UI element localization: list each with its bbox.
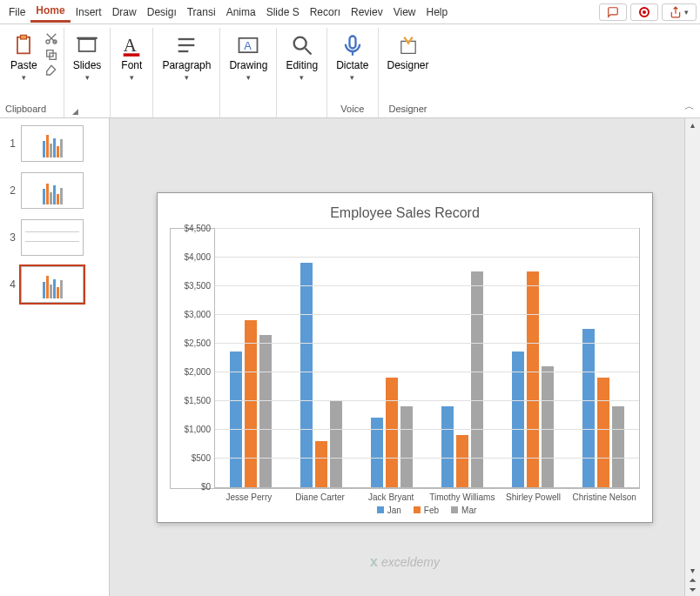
paragraph-icon xyxy=(174,33,199,57)
comments-button[interactable] xyxy=(599,3,627,21)
chart-legend: JanFebMar xyxy=(213,506,640,515)
slide-thumb-1[interactable]: 1 xyxy=(3,125,105,162)
chevron-down-icon: ▾ xyxy=(22,73,26,82)
collapse-ribbon-button[interactable]: ︿ xyxy=(684,99,695,114)
thumb-preview xyxy=(21,219,84,256)
chevron-down-icon: ▾ xyxy=(185,73,189,82)
ribbon: Paste ▾ Clipboard ◢ Slides ▾ A Font ▾ xyxy=(0,24,700,118)
tab-animations[interactable]: Anima xyxy=(221,3,261,22)
tab-home[interactable]: Home xyxy=(30,1,70,23)
group-font: A Font ▾ xyxy=(111,28,153,117)
designer-icon xyxy=(396,33,421,57)
slide-thumb-3[interactable]: 3 xyxy=(3,219,105,256)
x-tick: Christine Nelson xyxy=(569,489,640,502)
x-tick: Jack Bryant xyxy=(355,489,427,502)
slides-label: Slides xyxy=(73,59,102,71)
drawing-icon: A xyxy=(236,33,260,57)
paste-label: Paste xyxy=(10,59,37,71)
dictate-label: Dictate xyxy=(336,59,368,71)
bar xyxy=(330,401,342,487)
workspace: 1 2 3 4 Employee Sales Record $0$500$1,0… xyxy=(0,118,700,596)
prev-slide-icon[interactable]: ⏶ xyxy=(689,575,697,585)
group-editing: Editing ▾ xyxy=(277,28,327,117)
svg-rect-11 xyxy=(124,53,140,57)
svg-point-1 xyxy=(643,10,646,14)
slide-canvas[interactable]: Employee Sales Record $0$500$1,000$1,500… xyxy=(157,192,653,523)
tab-record[interactable]: Recorı xyxy=(305,3,346,22)
tab-help[interactable]: Help xyxy=(421,3,454,22)
bar xyxy=(400,406,413,486)
group-designer: Designer Designer xyxy=(379,28,438,117)
editing-button[interactable]: Editing ▾ xyxy=(282,31,321,84)
clipboard-icon xyxy=(11,33,36,57)
chevron-down-icon: ▾ xyxy=(85,73,90,82)
bar xyxy=(512,352,524,486)
bar xyxy=(315,441,327,487)
share-button[interactable]: ▾ xyxy=(662,3,697,21)
paragraph-button[interactable]: Paragraph ▾ xyxy=(158,31,214,84)
tab-view[interactable]: View xyxy=(388,3,421,22)
next-slide-icon[interactable]: ⏷ xyxy=(689,585,697,594)
bar xyxy=(245,320,257,486)
tab-design[interactable]: Desigı xyxy=(142,3,182,22)
microphone-icon xyxy=(340,33,365,57)
drawing-button[interactable]: A Drawing ▾ xyxy=(225,31,271,84)
designer-button[interactable]: Designer xyxy=(384,31,433,73)
bar xyxy=(582,329,595,487)
font-icon: A xyxy=(119,33,144,57)
paste-button[interactable]: Paste ▾ xyxy=(7,31,41,84)
svg-rect-9 xyxy=(77,37,97,39)
dictate-button[interactable]: Dictate ▾ xyxy=(333,31,372,84)
chevron-down-icon: ▾ xyxy=(246,73,251,82)
svg-rect-8 xyxy=(79,39,96,51)
cut-icon[interactable] xyxy=(44,31,58,45)
bar xyxy=(259,335,272,487)
tab-review[interactable]: Reviev xyxy=(346,3,388,22)
chart-grid xyxy=(214,229,639,488)
scroll-down-icon[interactable]: ▾ xyxy=(690,566,695,575)
category-group xyxy=(356,229,427,487)
category-group xyxy=(498,229,569,487)
vertical-scrollbar[interactable]: ▴ ▾ ⏶ ⏷ xyxy=(684,118,700,596)
tab-transitions[interactable]: Transi xyxy=(182,3,221,22)
font-label: Font xyxy=(121,59,142,71)
slide-thumb-2[interactable]: 2 xyxy=(3,172,105,209)
bar xyxy=(230,352,242,486)
slide-thumb-4[interactable]: 4 xyxy=(3,266,105,303)
category-group xyxy=(569,229,639,487)
tab-insert[interactable]: Insert xyxy=(71,3,107,22)
x-tick: Diane Carter xyxy=(285,489,356,502)
designer-label: Designer xyxy=(387,59,429,71)
editing-label: Editing xyxy=(286,59,318,71)
bar xyxy=(441,406,454,486)
clipboard-dialog-launcher[interactable]: ◢ xyxy=(72,107,78,116)
copy-icon[interactable] xyxy=(44,48,58,62)
x-axis-labels: Jesse PerryDiane CarterJack BryantTimoth… xyxy=(213,489,640,502)
category-group xyxy=(286,229,356,487)
x-tick: Timothy Williams xyxy=(427,489,498,502)
category-group xyxy=(427,229,498,487)
slide-thumbnail-panel: 1 2 3 4 xyxy=(0,118,110,596)
bar xyxy=(300,263,313,486)
scroll-up-icon[interactable]: ▴ xyxy=(690,120,695,130)
svg-line-18 xyxy=(305,49,311,55)
chevron-down-icon: ▾ xyxy=(300,73,304,82)
group-voice: Dictate ▾ Voice xyxy=(327,28,378,117)
slide-area: Employee Sales Record $0$500$1,000$1,500… xyxy=(110,118,700,596)
bar xyxy=(597,378,609,486)
drawing-label: Drawing xyxy=(229,59,267,71)
legend-item: Mar xyxy=(451,506,476,515)
tab-draw[interactable]: Draw xyxy=(107,3,142,22)
svg-text:A: A xyxy=(245,39,252,52)
chart-plot: $0$500$1,000$1,500$2,000$2,500$3,000$3,5… xyxy=(170,228,640,489)
slides-button[interactable]: Slides ▾ xyxy=(70,31,105,84)
x-tick: Jesse Perry xyxy=(213,489,285,502)
legend-item: Feb xyxy=(414,506,439,515)
format-painter-icon[interactable] xyxy=(44,64,58,78)
font-button[interactable]: A Font ▾ xyxy=(116,31,147,84)
tab-slideshow[interactable]: Slide S xyxy=(261,3,305,22)
tab-file[interactable]: File xyxy=(3,3,30,22)
thumb-preview xyxy=(21,266,84,303)
record-button[interactable] xyxy=(630,3,658,21)
category-group xyxy=(215,229,286,487)
